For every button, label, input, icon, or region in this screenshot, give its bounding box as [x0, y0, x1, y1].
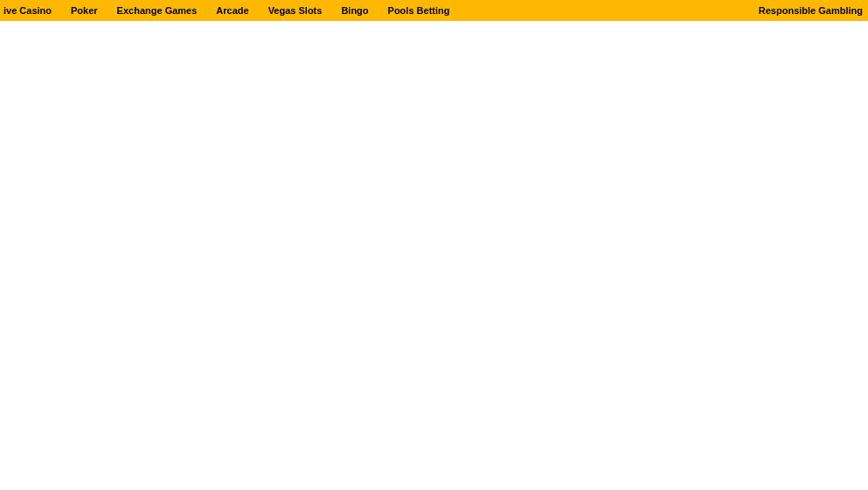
top-nav: ive Casino Poker Exchange Games Arcade V… — [0, 0, 868, 21]
nav-item[interactable]: Exchange Games — [117, 5, 198, 16]
nav-item[interactable]: Vegas Slots — [268, 5, 323, 16]
nav-item[interactable]: Bingo — [341, 5, 368, 16]
nav-item[interactable]: Pools Betting — [388, 5, 450, 16]
nav-item[interactable]: Poker — [71, 5, 98, 16]
nav-item[interactable]: Arcade — [216, 5, 248, 16]
nav-item[interactable]: ive Casino — [3, 5, 52, 16]
responsible-gambling-link[interactable]: Responsible Gambling — [759, 5, 863, 16]
